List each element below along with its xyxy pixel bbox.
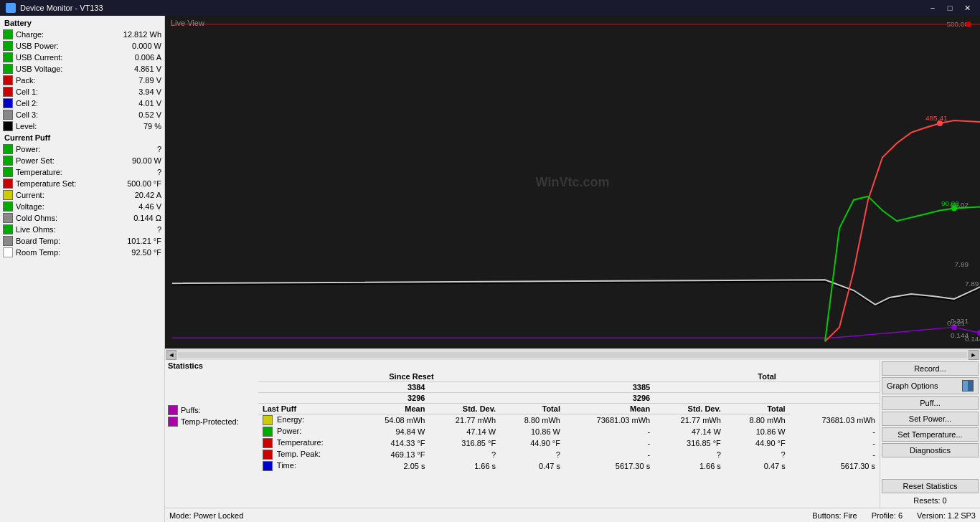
total-header-spacer: [565, 371, 654, 382]
temp-protected-icon: [168, 417, 178, 427]
mean-val: 47.14 W: [429, 426, 500, 437]
chart-label: Live View: [171, 19, 204, 27]
title-bar: Device Monitor - VT133 − □ ✕: [0, 0, 980, 16]
puff-button[interactable]: Puff...: [882, 396, 979, 410]
puffs-row: Puffs:: [168, 404, 255, 416]
svg-point-7: [966, 22, 971, 27]
set-power-button[interactable]: Set Power...: [882, 412, 979, 426]
current-puff-rows: Power: ? Power Set: 90.00 W Temperature:…: [1, 143, 163, 258]
total-val: 73681.03 mWh: [565, 414, 654, 427]
std-dev-val: ?: [500, 449, 565, 460]
svg-text:90.02: 90.02: [941, 199, 959, 207]
puff-row-value: 0.144 Ω: [111, 214, 161, 222]
stats-panel: Statistics Puffs: Temp-Protected:: [165, 360, 880, 508]
graph-options-label: Graph Options: [887, 381, 938, 390]
puff-color-box: [3, 179, 13, 189]
last-puff-val: 2.05 s: [359, 460, 430, 472]
battery-color-box: [3, 29, 13, 39]
puff-data-row: Power: ?: [1, 143, 163, 155]
battery-row-label: USB Voltage:: [14, 65, 110, 73]
scroll-left-button[interactable]: ◄: [166, 350, 176, 360]
std-dev2-val: ?: [725, 449, 790, 460]
reset-statistics-button[interactable]: Reset Statistics: [882, 479, 979, 493]
total-col-header: Total: [500, 404, 565, 414]
stats-tbody: Energy: 54.08 mWh 21.77 mWh 8.80 mWh 736…: [258, 414, 880, 473]
stat-label: Energy:: [258, 414, 359, 427]
stats-header: Statistics: [165, 360, 880, 371]
stat-label: Power:: [258, 426, 359, 437]
puff-data-row: Cold Ohms: 0.144 Ω: [1, 212, 163, 224]
puffs-label: Puffs:: [181, 406, 201, 414]
total-val: -: [565, 437, 654, 449]
std-dev2-val: 0.47 s: [725, 460, 790, 472]
puff-color-box: [3, 144, 13, 154]
last-puff-val: 414.33 °F: [359, 437, 430, 449]
puff-row-value: ?: [111, 225, 161, 234]
table-row: Temperature: 414.33 °F 316.85 °F 44.90 °…: [258, 437, 880, 449]
std-dev-val: 0.47 s: [500, 460, 565, 472]
right-panel: Live View WinVtc.com 500.00 90.02 7.89 0…: [165, 16, 980, 522]
graph-options-button[interactable]: Graph Options: [882, 377, 979, 394]
battery-data-row: Cell 1: 3.94 V: [1, 86, 163, 98]
svg-text:0.144: 0.144: [965, 335, 980, 343]
scroll-right-button[interactable]: ►: [969, 350, 979, 360]
status-bar: Mode: Power Locked Buttons: Fire Profile…: [165, 508, 980, 522]
current-puff-section-header: Current Puff: [1, 132, 163, 143]
mean2-val: 21.77 mWh: [654, 414, 725, 427]
puff-color-box: [3, 156, 13, 166]
total-section-header: Total: [654, 371, 880, 382]
chart-watermark: WinVtc.com: [536, 175, 610, 190]
battery-row-value: 4.861 V: [111, 65, 161, 73]
main-container: Battery Charge: 12.812 Wh USB Power: 0.0…: [0, 16, 980, 522]
title-bar-text: Device Monitor - VT133: [20, 4, 103, 12]
stat-icon: [263, 438, 273, 448]
puff-row-value: 500.00 °F: [111, 179, 161, 188]
diagnostics-button[interactable]: Diagnostics: [882, 443, 979, 457]
scroll-track[interactable]: [178, 352, 967, 358]
status-sections: Buttons: Fire Profile: 6 Version: 1.2 SP…: [812, 511, 976, 520]
stat-icon: [263, 450, 273, 460]
puff-row-label: Voltage:: [14, 202, 110, 211]
record-button[interactable]: Record...: [882, 361, 979, 376]
puff-row-label: Power Set:: [14, 156, 110, 165]
std-dev2-val: 8.80 mWh: [725, 414, 790, 427]
battery-color-box: [3, 52, 13, 62]
set-temperature-button[interactable]: Set Temperature...: [882, 427, 979, 442]
puffs-since-reset-val: [258, 382, 359, 393]
buttons-status: Buttons: Fire: [812, 511, 857, 520]
puff-color-box: [3, 236, 13, 246]
table-row: Energy: 54.08 mWh 21.77 mWh 8.80 mWh 736…: [258, 414, 880, 427]
battery-color-box: [3, 87, 13, 97]
total-val: -: [565, 449, 654, 460]
total-val: 5617.30 s: [565, 460, 654, 472]
stats-table: Since Reset Total 3384 3385: [258, 371, 880, 472]
battery-rows: Charge: 12.812 Wh USB Power: 0.000 W USB…: [1, 29, 163, 132]
battery-row-label: USB Current:: [14, 53, 110, 62]
puff-data-row: Current: 20.42 A: [1, 189, 163, 201]
battery-row-label: Charge:: [14, 30, 110, 39]
table-row: Temp. Peak: 469.13 °F ? ? - ? ? -: [258, 449, 880, 460]
close-button[interactable]: ✕: [960, 3, 974, 13]
grid-icon: [962, 380, 974, 392]
battery-row-label: Pack:: [14, 76, 110, 85]
minimize-button[interactable]: −: [925, 3, 940, 13]
battery-section-header: Battery: [1, 17, 163, 29]
total-val: -: [565, 426, 654, 437]
stat-label: Temp. Peak:: [258, 449, 359, 460]
puff-data-row: Live Ohms: ?: [1, 224, 163, 235]
battery-row-value: 79 %: [111, 122, 161, 130]
puff-row-value: 90.00 W: [111, 156, 161, 165]
puff-row-value: 20.42 A: [111, 191, 161, 199]
stats-spacer: [168, 427, 255, 437]
puff-row-label: Board Temp:: [14, 237, 110, 245]
battery-row-value: 0.000 W: [111, 42, 161, 50]
maximize-button[interactable]: □: [943, 3, 957, 13]
total2-val: -: [790, 437, 880, 449]
stats-body: Puffs: Temp-Protected:: [165, 371, 880, 508]
battery-row-label: USB Power:: [14, 42, 110, 50]
mean-val: 1.66 s: [429, 460, 500, 472]
total2-val: 5617.30 s: [790, 460, 880, 472]
stats-and-sidebar: Statistics Puffs: Temp-Protected:: [165, 360, 980, 508]
battery-data-row: Level: 79 %: [1, 120, 163, 132]
battery-data-row: Cell 3: 0.52 V: [1, 109, 163, 120]
